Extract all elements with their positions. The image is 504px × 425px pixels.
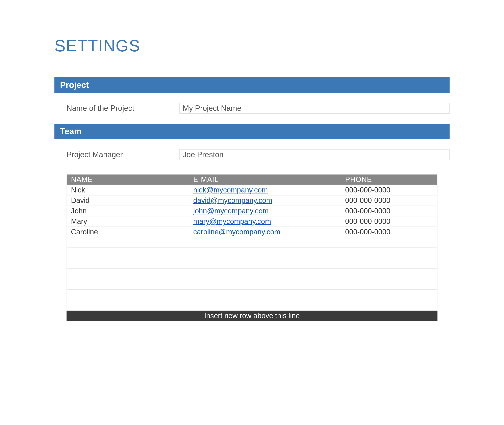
cell-email[interactable]: caroline@mycompany.com [189, 227, 341, 237]
cell-name[interactable] [67, 279, 189, 290]
cell-email[interactable] [189, 279, 341, 290]
cell-name[interactable] [67, 290, 189, 300]
table-row-empty[interactable] [67, 269, 437, 279]
table-header-row: NAME E-MAIL PHONE [67, 174, 437, 185]
cell-phone[interactable] [341, 300, 437, 311]
project-manager-label: Project Manager [67, 150, 171, 159]
email-link[interactable]: caroline@mycompany.com [193, 228, 280, 236]
cell-email[interactable]: nick@mycompany.com [189, 185, 341, 195]
cell-phone[interactable]: 000-000-0000 [341, 206, 437, 216]
table-row-empty[interactable] [67, 290, 437, 300]
table-row-empty[interactable] [67, 279, 437, 290]
project-name-input[interactable] [179, 103, 450, 114]
project-name-label: Name of the Project [67, 104, 171, 113]
cell-name[interactable] [67, 248, 189, 258]
cell-email[interactable] [189, 300, 341, 311]
cell-name[interactable]: John [67, 206, 189, 216]
cell-email[interactable] [189, 237, 341, 248]
cell-name[interactable] [67, 300, 189, 311]
table-row-empty[interactable] [67, 248, 437, 258]
cell-phone[interactable] [341, 258, 437, 269]
cell-phone[interactable]: 000-000-0000 [341, 227, 437, 237]
table-footer-row[interactable]: Insert new row above this line [67, 311, 437, 321]
cell-name[interactable]: David [67, 195, 189, 206]
table-row-empty[interactable] [67, 258, 437, 269]
page-title: SETTINGS [54, 36, 450, 55]
cell-phone[interactable] [341, 269, 437, 279]
table-row-empty[interactable] [67, 237, 437, 248]
col-header-phone: PHONE [341, 174, 437, 185]
project-name-row: Name of the Project [54, 93, 450, 124]
email-link[interactable]: mary@mycompany.com [193, 217, 271, 226]
cell-name[interactable]: Mary [67, 216, 189, 227]
cell-phone[interactable]: 000-000-0000 [341, 195, 437, 206]
cell-name[interactable] [67, 237, 189, 248]
cell-name[interactable] [67, 269, 189, 279]
cell-email[interactable] [189, 258, 341, 269]
project-manager-row: Project Manager [54, 139, 450, 170]
team-table: NAME E-MAIL PHONE Nicknick@mycompany.com… [67, 174, 437, 321]
project-section-header: Project [54, 77, 450, 93]
col-header-email: E-MAIL [189, 174, 341, 185]
table-row[interactable]: Marymary@mycompany.com000-000-0000 [67, 216, 437, 227]
cell-phone[interactable] [341, 248, 437, 258]
cell-email[interactable]: david@mycompany.com [189, 195, 341, 206]
table-row-empty[interactable] [67, 300, 437, 311]
cell-email[interactable]: mary@mycompany.com [189, 216, 341, 227]
col-header-name: NAME [67, 174, 189, 185]
cell-phone[interactable] [341, 279, 437, 290]
cell-name[interactable]: Caroline [67, 227, 189, 237]
cell-email[interactable] [189, 248, 341, 258]
email-link[interactable]: nick@mycompany.com [193, 186, 268, 194]
cell-email[interactable] [189, 290, 341, 300]
table-row[interactable]: Carolinecaroline@mycompany.com000-000-00… [67, 227, 437, 237]
cell-phone[interactable] [341, 237, 437, 248]
email-link[interactable]: david@mycompany.com [193, 196, 272, 205]
cell-name[interactable] [67, 258, 189, 269]
cell-email[interactable] [189, 269, 341, 279]
cell-name[interactable]: Nick [67, 185, 189, 195]
insert-row-hint[interactable]: Insert new row above this line [67, 311, 437, 321]
table-row[interactable]: Johnjohn@mycompany.com000-000-0000 [67, 206, 437, 216]
cell-email[interactable]: john@mycompany.com [189, 206, 341, 216]
email-link[interactable]: john@mycompany.com [193, 207, 269, 215]
table-row[interactable]: Daviddavid@mycompany.com000-000-0000 [67, 195, 437, 206]
team-section-header: Team [54, 124, 450, 139]
table-row[interactable]: Nicknick@mycompany.com000-000-0000 [67, 185, 437, 195]
project-manager-input[interactable] [179, 149, 450, 160]
cell-phone[interactable] [341, 290, 437, 300]
cell-phone[interactable]: 000-000-0000 [341, 185, 437, 195]
cell-phone[interactable]: 000-000-0000 [341, 216, 437, 227]
